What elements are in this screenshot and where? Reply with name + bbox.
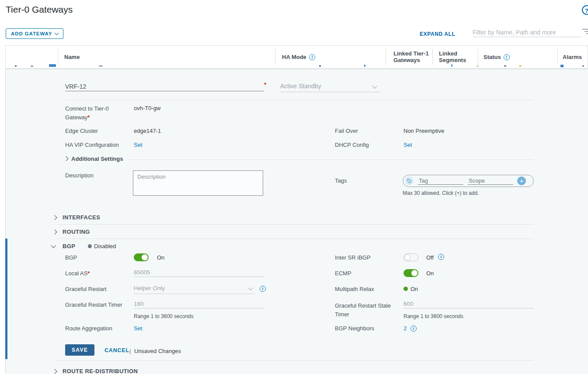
ha-vip-set-link[interactable]: Set bbox=[134, 142, 143, 148]
inter-sr-ibgp-toggle[interactable] bbox=[404, 253, 418, 261]
filter-input[interactable] bbox=[473, 28, 581, 37]
scope-input[interactable] bbox=[468, 177, 513, 185]
gr-timer-label: Graceful Restart Timer bbox=[65, 301, 122, 308]
save-button[interactable]: SAVE bbox=[65, 344, 94, 356]
chevron-right-icon bbox=[63, 156, 68, 161]
add-gateway-label: ADD GATEWAY bbox=[11, 31, 52, 36]
route-aggregation-set-link[interactable]: Set bbox=[134, 325, 143, 332]
divider bbox=[57, 224, 534, 225]
unsaved-changes-text: Unsaved Changes bbox=[134, 348, 181, 354]
additional-settings-toggle[interactable]: Additional Settings bbox=[71, 156, 123, 162]
description-textarea[interactable] bbox=[133, 170, 263, 196]
info-icon[interactable]: i bbox=[438, 254, 444, 260]
status-dot-green bbox=[404, 287, 408, 291]
bgp-neighbors-link[interactable]: 2 bbox=[404, 325, 407, 332]
dhcp-config-label: DHCP Config bbox=[335, 142, 369, 148]
connect-to-t0-value: ovh-T0-gw bbox=[134, 105, 160, 111]
section-routing[interactable]: ROUTING bbox=[63, 229, 90, 235]
divider bbox=[127, 159, 534, 160]
graceful-restart-select[interactable]: Helper Only bbox=[134, 284, 255, 294]
required-asterisk: * bbox=[87, 270, 90, 277]
gateways-table-header: Name HA Mode i Linked Tier-1 Gateways Li… bbox=[5, 45, 588, 68]
column-header-name: Name bbox=[64, 54, 80, 60]
bgp-status-text: Disabled bbox=[94, 243, 116, 249]
column-divider bbox=[58, 48, 58, 65]
gateway-edit-panel: * Active Standby Connect to Tier-0 Gatew… bbox=[5, 69, 588, 374]
modified-section-indicator bbox=[5, 239, 7, 359]
gr-timer-input[interactable] bbox=[134, 300, 264, 308]
gr-stale-timer-input[interactable] bbox=[404, 300, 534, 308]
info-icon[interactable]: i bbox=[309, 54, 315, 60]
status-dot-gray bbox=[88, 244, 92, 248]
column-header-ha-mode: HA Mode i bbox=[282, 54, 315, 60]
multipath-relax-state: On bbox=[411, 286, 418, 292]
graceful-restart-label: Graceful Restart bbox=[65, 286, 107, 292]
expand-all-button[interactable]: EXPAND ALL bbox=[420, 31, 455, 37]
fail-over-label: Fail Over bbox=[335, 128, 358, 134]
info-icon[interactable]: i bbox=[411, 326, 417, 332]
add-gateway-button[interactable]: ADD GATEWAY bbox=[6, 28, 63, 39]
required-asterisk: * bbox=[264, 81, 266, 88]
column-header-status: Status i bbox=[484, 54, 510, 60]
tags-input-group: + bbox=[403, 175, 534, 187]
divider bbox=[57, 239, 534, 239]
separator: | bbox=[129, 348, 131, 354]
route-aggregation-label: Route Aggregation bbox=[65, 325, 112, 332]
description-label: Description bbox=[65, 172, 94, 179]
tier0-gateways-page: Tier-0 Gateways ? ADD GATEWAY EXPAND ALL… bbox=[0, 0, 588, 374]
chevron-right-icon bbox=[52, 229, 57, 234]
bgp-state-text: On bbox=[157, 254, 164, 261]
chevron-down-icon bbox=[55, 31, 59, 35]
section-interfaces[interactable]: INTERFACES bbox=[63, 214, 100, 221]
chevron-right-icon bbox=[52, 369, 57, 374]
divider bbox=[57, 360, 534, 361]
edge-cluster-label: Edge Cluster bbox=[65, 128, 98, 134]
local-as-input[interactable] bbox=[134, 268, 264, 277]
bgp-toggle-label: BGP bbox=[65, 254, 77, 261]
multipath-relax-label: Multipath Relax bbox=[335, 286, 374, 292]
column-header-alarms: Alarms bbox=[563, 54, 582, 60]
gr-stale-timer-hint: Range 1 to 3600 seconds bbox=[404, 313, 463, 319]
inter-sr-ibgp-label: Inter SR iBGP bbox=[335, 254, 371, 261]
column-divider bbox=[275, 48, 275, 65]
ecmp-label: ECMP bbox=[335, 270, 351, 277]
ha-vip-label: HA VIP Configuration bbox=[65, 142, 119, 148]
required-asterisk: * bbox=[87, 114, 90, 121]
column-divider bbox=[432, 48, 433, 65]
fail-over-value: Non Preemptive bbox=[404, 128, 444, 134]
ecmp-state-text: On bbox=[426, 270, 434, 277]
chevron-down-icon bbox=[51, 243, 56, 248]
local-as-label: Local AS* bbox=[65, 270, 90, 277]
cancel-button[interactable]: CANCEL bbox=[102, 347, 132, 354]
page-title: Tier-0 Gateways bbox=[6, 4, 73, 15]
gr-timer-hint: Range 1 to 3600 seconds bbox=[134, 313, 194, 319]
ha-mode-value: Active Standby bbox=[280, 83, 321, 90]
column-divider bbox=[478, 48, 478, 65]
tags-label: Tags bbox=[335, 177, 347, 184]
edge-cluster-value: edge147-1 bbox=[134, 128, 161, 134]
column-divider bbox=[386, 48, 386, 65]
bgp-neighbors-label: BGP Neighbors bbox=[335, 325, 374, 332]
inter-sr-state-text: Off bbox=[426, 254, 434, 261]
ha-mode-select: Active Standby bbox=[280, 82, 380, 92]
tags-help-text: Max 30 allowed. Click (+) to add. bbox=[403, 190, 479, 196]
tag-input[interactable] bbox=[418, 177, 463, 185]
gr-stale-timer-label: Graceful Restart Stale Timer bbox=[335, 301, 398, 319]
ecmp-toggle[interactable] bbox=[404, 269, 418, 277]
column-header-linked-segments: Linked Segments bbox=[439, 50, 470, 63]
section-bgp[interactable]: BGP bbox=[63, 243, 75, 249]
section-route-redistribution[interactable]: ROUTE RE-DISTRIBUTION bbox=[63, 368, 138, 374]
gateway-name-input[interactable] bbox=[65, 82, 264, 91]
help-icon[interactable]: ? bbox=[582, 5, 588, 15]
tag-icon bbox=[405, 177, 414, 185]
graceful-restart-value: Helper Only bbox=[134, 285, 165, 291]
add-tag-button[interactable]: + bbox=[517, 177, 526, 185]
bgp-toggle[interactable] bbox=[134, 253, 149, 261]
column-header-linked-tier1: Linked Tier-1 Gateways bbox=[393, 50, 431, 63]
filter-icon[interactable] bbox=[582, 28, 588, 34]
info-icon[interactable]: i bbox=[260, 286, 266, 292]
column-divider bbox=[557, 48, 558, 65]
divider bbox=[65, 100, 534, 100]
info-icon[interactable]: i bbox=[504, 54, 510, 60]
dhcp-set-link[interactable]: Set bbox=[404, 142, 412, 148]
